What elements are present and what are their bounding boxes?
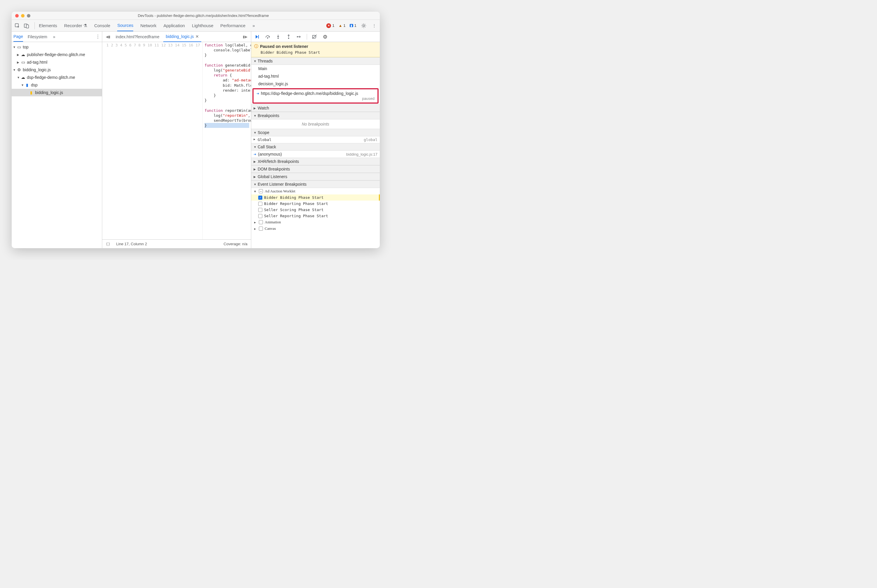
- thread-adtag[interactable]: ad-tag.html: [251, 72, 380, 80]
- thread-decision[interactable]: decision_logic.js: [251, 80, 380, 88]
- event-bp-bidder-start[interactable]: ✓Bidder Bidding Phase Start: [251, 195, 380, 201]
- event-bp-bidder-report[interactable]: Bidder Reporting Phase Start: [251, 201, 380, 207]
- event-bp-seller-report[interactable]: Seller Reporting Phase Start: [251, 213, 380, 219]
- js-file-icon: ▮: [29, 90, 34, 95]
- tab-lighthouse[interactable]: Lighthouse: [192, 20, 213, 31]
- section-event-bp[interactable]: ▼Event Listener Breakpoints: [251, 180, 380, 188]
- svg-rect-4: [258, 35, 259, 39]
- event-group-animation[interactable]: ▶Animation: [251, 219, 380, 225]
- callstack-frame[interactable]: ➔(anonymous)bidding_logic.js:17: [251, 151, 380, 158]
- section-scope[interactable]: ▼Scope: [251, 129, 380, 136]
- code-content: function log(label, o) { console.log(lab…: [203, 42, 251, 239]
- kebab-menu-icon[interactable]: ⋮: [96, 34, 100, 39]
- error-count[interactable]: ✕1: [326, 23, 334, 28]
- close-icon[interactable]: ✕: [196, 34, 199, 39]
- kebab-menu-icon[interactable]: ⋮: [371, 22, 378, 29]
- frame-icon: ▭: [17, 44, 22, 50]
- current-arrow-icon: ➔: [254, 152, 256, 156]
- checkbox-icon[interactable]: [258, 208, 262, 212]
- frame-icon: ▭: [20, 60, 26, 65]
- line-gutter: 1 2 3 4 5 6 7 8 9 10 11 12 13 14 15 16 1…: [102, 42, 203, 239]
- tree-dsp-domain[interactable]: ▼☁dsp-fledge-demo.glitch.me: [12, 74, 102, 81]
- event-group-canvas[interactable]: ▶Canvas: [251, 225, 380, 232]
- tree-domain[interactable]: ▶☁publisher-fledge-demo.glitch.me: [12, 51, 102, 58]
- checkbox-icon[interactable]: [258, 214, 262, 218]
- format-icon[interactable]: {}: [106, 242, 110, 246]
- section-global-listeners[interactable]: ▶Global Listeners: [251, 173, 380, 180]
- event-group-adauction[interactable]: ▼−Ad Auction Worklet: [251, 188, 380, 195]
- flask-icon: ⚗: [83, 23, 87, 28]
- tab-recorder[interactable]: Recorder ⚗: [64, 20, 87, 31]
- gear-icon[interactable]: [361, 22, 367, 29]
- inspect-icon[interactable]: [14, 22, 20, 29]
- event-bp-seller-score[interactable]: Seller Scoring Phase Start: [251, 207, 380, 213]
- tree-top[interactable]: ▼▭top: [12, 43, 102, 51]
- thread-paused-label: paused: [257, 96, 375, 101]
- pause-exceptions-icon[interactable]: [322, 34, 328, 40]
- tree-adtag[interactable]: ▶▭ad-tag.html: [12, 58, 102, 66]
- step-out-icon[interactable]: [286, 34, 292, 40]
- section-callstack[interactable]: ▼Call Stack: [251, 143, 380, 151]
- folder-icon: ▮: [24, 82, 30, 88]
- thread-main[interactable]: Main: [251, 65, 380, 72]
- checkbox-checked-icon[interactable]: ✓: [258, 196, 262, 200]
- minimize-icon[interactable]: [21, 14, 24, 18]
- deactivate-breakpoints-icon[interactable]: [312, 34, 317, 40]
- nav-back-icon[interactable]: ◀▮: [105, 35, 111, 39]
- main-area: Page Filesystem » ⋮ ▼▭top ▶☁publisher-fl…: [12, 32, 380, 248]
- device-toggle-icon[interactable]: [23, 22, 30, 29]
- step-over-icon[interactable]: [265, 34, 271, 40]
- file-tree: ▼▭top ▶☁publisher-fledge-demo.glitch.me …: [12, 42, 102, 248]
- section-watch[interactable]: ▶Watch: [251, 104, 380, 112]
- cloud-icon: ☁: [20, 52, 26, 57]
- sidebar-tab-filesystem[interactable]: Filesystem: [28, 32, 47, 42]
- sources-sidebar: Page Filesystem » ⋮ ▼▭top ▶☁publisher-fl…: [12, 32, 102, 248]
- close-icon[interactable]: [15, 14, 19, 18]
- warning-count[interactable]: ▲1: [338, 23, 346, 28]
- svg-point-8: [297, 36, 298, 38]
- devtools-window: DevTools - publisher-fledge-demo.glitch.…: [12, 12, 380, 248]
- tab-sources[interactable]: Sources: [117, 20, 133, 31]
- sidebar-tab-page[interactable]: Page: [14, 32, 23, 42]
- cloud-icon: ☁: [20, 75, 26, 80]
- tree-dsp-file[interactable]: ▮bidding_logic.js: [12, 89, 102, 96]
- tab-application[interactable]: Application: [164, 20, 185, 31]
- checkbox-icon[interactable]: [258, 202, 262, 206]
- svg-point-3: [363, 25, 365, 27]
- thread-current[interactable]: ➔https://dsp-fledge-demo.glitch.me/dsp/b…: [253, 88, 379, 104]
- svg-rect-2: [26, 25, 29, 28]
- editor-pane: ◀▮ index.html?fencedframe bidding_logic.…: [102, 32, 251, 248]
- checkbox-partial-icon[interactable]: −: [259, 189, 263, 193]
- maximize-icon[interactable]: [27, 14, 30, 18]
- section-threads[interactable]: ▼Threads: [251, 57, 380, 65]
- checkbox-icon[interactable]: [259, 226, 263, 231]
- svg-rect-11: [324, 36, 325, 38]
- checkbox-icon[interactable]: [259, 220, 263, 224]
- section-breakpoints[interactable]: ▼Breakpoints: [251, 112, 380, 119]
- nav-forward-icon[interactable]: ▮▶: [242, 35, 248, 39]
- code-editor[interactable]: 1 2 3 4 5 6 7 8 9 10 11 12 13 14 15 16 1…: [102, 42, 251, 239]
- tab-console[interactable]: Console: [94, 20, 110, 31]
- svg-point-5: [267, 38, 268, 39]
- step-into-icon[interactable]: [275, 34, 281, 40]
- step-icon[interactable]: [296, 34, 302, 40]
- tab-network[interactable]: Network: [140, 20, 156, 31]
- section-dom[interactable]: ▶DOM Breakpoints: [251, 165, 380, 173]
- info-icon: ⓘ: [254, 44, 258, 49]
- editor-statusbar: {} Line 17, Column 2 Coverage: n/a: [102, 239, 251, 248]
- tab-elements[interactable]: Elements: [39, 20, 57, 31]
- section-xhr[interactable]: ▶XHR/fetch Breakpoints: [251, 158, 380, 165]
- editor-tab-bidding[interactable]: bidding_logic.js✕: [163, 32, 201, 42]
- tab-performance[interactable]: Performance: [220, 20, 245, 31]
- resume-icon[interactable]: [254, 34, 260, 40]
- no-breakpoints: No breakpoints: [251, 119, 380, 129]
- tree-dsp-folder[interactable]: ▼▮dsp: [12, 81, 102, 89]
- main-toolbar: Elements Recorder ⚗ Console Sources Netw…: [12, 20, 380, 32]
- more-tabs-icon[interactable]: »: [253, 20, 255, 31]
- tree-worklet[interactable]: ▼⚙bidding_logic.js: [12, 66, 102, 74]
- paused-banner: ⓘPaused on event listener Bidder Bidding…: [251, 42, 380, 57]
- scope-global[interactable]: ▶Globalglobal: [251, 136, 380, 143]
- more-tabs-icon[interactable]: »: [53, 34, 56, 39]
- message-count[interactable]: ▮1: [350, 23, 357, 28]
- editor-tab-index[interactable]: index.html?fencedframe: [113, 32, 161, 42]
